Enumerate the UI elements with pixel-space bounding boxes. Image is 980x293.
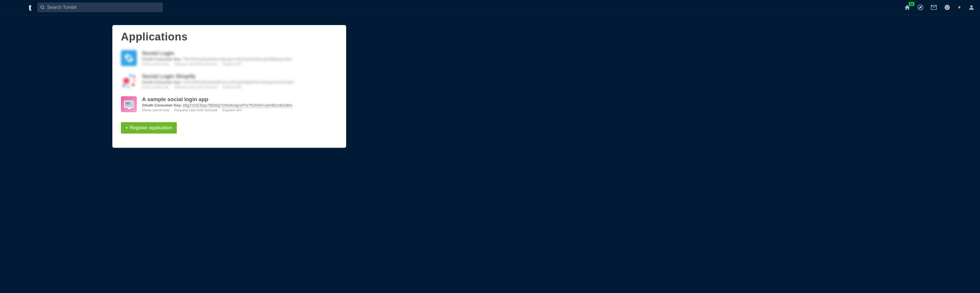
app-links: Show secret key Request rate limit remov… [142, 108, 337, 112]
svg-line-1 [43, 8, 44, 9]
svg-point-4 [945, 5, 950, 10]
rate-limit-link[interactable]: Request rate limit removal [174, 85, 217, 89]
rate-limit-link[interactable]: Request rate limit removal [174, 108, 217, 112]
app-row: Social Login OAuth Consumer Key: T8hvXfd… [121, 50, 337, 66]
applications-panel: Applications Social Login OAuth Consumer… [112, 25, 346, 148]
home-icon[interactable]: 52 [904, 4, 910, 11]
key-label: OAuth Consumer Key: [142, 103, 181, 107]
consumer-key: T8hvXfdocaktJyHwhcHbpCgscvHf0nmyhzBzl0yv… [183, 57, 291, 61]
inbox-icon[interactable] [931, 4, 937, 11]
svg-marker-3 [919, 6, 921, 8]
app-row: A sample social login app OAuth Consumer… [121, 96, 337, 112]
app-icon[interactable] [121, 50, 137, 66]
tumblr-logo[interactable]: t [29, 3, 32, 12]
key-label: OAuth Consumer Key: [142, 80, 181, 84]
svg-point-5 [946, 6, 947, 7]
nav-right: 52 [904, 4, 974, 11]
app-icon[interactable] [121, 96, 137, 112]
messaging-icon[interactable] [944, 4, 950, 11]
app-links: Show secret key Request rate limit remov… [142, 85, 337, 89]
show-secret-link[interactable]: Show secret key [142, 85, 169, 89]
show-secret-link[interactable]: Show secret key [142, 108, 169, 112]
app-row: Social Login Shopify OAuth Consumer Key:… [121, 73, 337, 89]
account-icon[interactable] [969, 4, 974, 11]
register-application-button[interactable]: + Register application [121, 122, 177, 133]
explore-api-link[interactable]: Explore API [223, 62, 242, 66]
explore-api-link[interactable]: Explore API [223, 85, 242, 89]
notification-badge: 52 [909, 2, 915, 6]
explore-api-link[interactable]: Explore API [223, 108, 242, 112]
search-input[interactable] [47, 5, 160, 10]
app-links: Show secret key Request rate limit remov… [142, 62, 337, 66]
svg-point-6 [948, 6, 949, 7]
explore-icon[interactable] [917, 4, 924, 11]
app-icon[interactable] [121, 73, 137, 89]
app-name[interactable]: Social Login [142, 50, 337, 56]
app-name[interactable]: Social Login Shopify [142, 73, 337, 79]
search-icon [40, 5, 45, 10]
app-meta: OAuth Consumer Key: eBgTnOE3Spx7B5WgTzh6… [142, 103, 337, 107]
rate-limit-link[interactable]: Request rate limit removal [174, 62, 217, 66]
top-nav: t 52 [0, 0, 980, 15]
activity-icon[interactable] [957, 4, 962, 11]
show-secret-link[interactable]: Show secret key [142, 62, 169, 66]
svg-point-0 [41, 6, 43, 8]
consumer-key[interactable]: eBgTnOE3Spx7B5WgTzh6o8c0gvsPVv7fcDVkk7uj… [183, 103, 292, 108]
svg-point-7 [970, 5, 973, 8]
key-label: OAuth Consumer Key: [142, 57, 181, 61]
search-box[interactable] [37, 3, 163, 12]
consumer-key: SVitrIvMPw34oto8nHjFUfLshePcbyIOBjd8vPLr… [183, 80, 294, 84]
app-name[interactable]: A sample social login app [142, 96, 337, 103]
page-title: Applications [121, 31, 337, 43]
